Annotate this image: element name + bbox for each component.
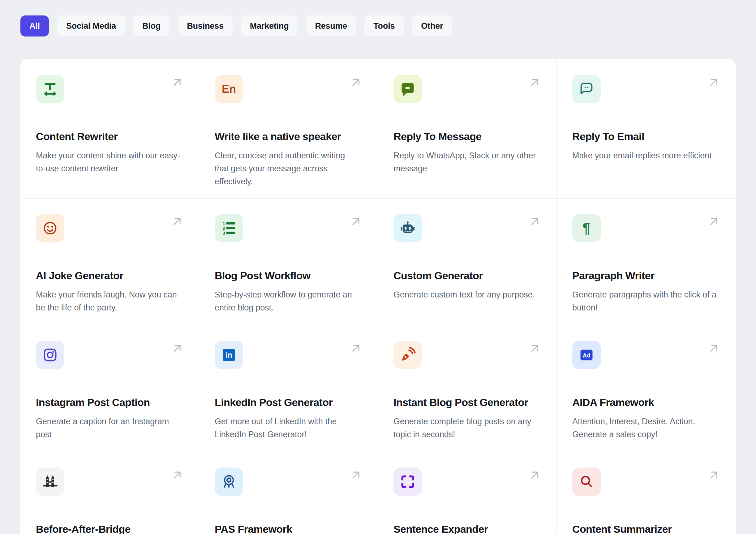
open-arrow-icon[interactable]: [171, 215, 184, 228]
card-description: Reply to WhatsApp, Slack or any other me…: [393, 149, 539, 175]
open-arrow-icon[interactable]: [707, 215, 721, 228]
open-arrow-icon[interactable]: [707, 75, 721, 89]
tab-social-media[interactable]: Social Media: [57, 15, 125, 37]
tab-other[interactable]: Other: [412, 15, 452, 37]
numbered-list-icon: 1 2 3: [215, 214, 243, 242]
tool-card-reply-to-email[interactable]: Reply To Email Make your email replies m…: [557, 59, 736, 199]
tab-blog[interactable]: Blog: [133, 15, 170, 37]
bridge-icon: [36, 467, 64, 496]
card-title: AI Joke Generator: [36, 269, 183, 282]
open-arrow-icon[interactable]: [528, 75, 542, 89]
tab-business[interactable]: Business: [178, 15, 232, 37]
tab-resume[interactable]: Resume: [306, 15, 356, 37]
tool-card-sentence-expander[interactable]: Sentence Expander: [378, 452, 557, 534]
tool-card-instant-blog-post-generator[interactable]: Instant Blog Post Generator Generate com…: [378, 325, 557, 452]
card-title: Paragraph Writer: [572, 269, 720, 282]
open-arrow-icon[interactable]: [707, 341, 721, 355]
card-title: PAS Framework: [215, 522, 362, 534]
card-description: Generate paragraphs with the click of a …: [572, 288, 718, 314]
open-arrow-icon[interactable]: [528, 468, 542, 482]
card-title: Content Summarizer: [572, 522, 720, 534]
linkedin-icon: in: [215, 341, 243, 369]
tool-card-paragraph-writer[interactable]: ¶ Paragraph Writer Generate paragraphs w…: [557, 199, 736, 325]
tool-card-reply-to-message[interactable]: Reply To Message Reply to WhatsApp, Slac…: [378, 59, 557, 199]
open-arrow-icon[interactable]: [349, 215, 363, 228]
open-arrow-icon[interactable]: [349, 75, 363, 89]
smiley-icon: [36, 214, 64, 242]
magnifier-icon: [572, 467, 601, 496]
card-title: Blog Post Workflow: [215, 269, 362, 282]
tool-card-content-rewriter[interactable]: Content Rewriter Make your content shine…: [20, 59, 199, 199]
card-title: Content Rewriter: [36, 130, 183, 143]
en-language-icon: En: [215, 75, 243, 103]
expand-icon: [393, 467, 422, 496]
target-icon: [215, 467, 243, 496]
card-description: Clear, concise and authentic writing tha…: [215, 149, 360, 188]
open-arrow-icon[interactable]: [528, 215, 542, 228]
card-title: Sentence Expander: [393, 522, 541, 534]
tool-card-aida-framework[interactable]: Ad AIDA Framework Attention, Interest, D…: [557, 325, 736, 452]
card-description: Attention, Interest, Desire, Action. Gen…: [572, 415, 718, 441]
svg-text:3: 3: [222, 230, 225, 236]
tool-card-instagram-post-caption[interactable]: Instagram Post Caption Generate a captio…: [20, 325, 199, 452]
tool-card-pas-framework[interactable]: PAS Framework: [199, 452, 378, 534]
card-title: Before-After-Bridge: [36, 522, 183, 534]
card-description: Make your content shine with our easy-to…: [36, 149, 181, 175]
card-description: Generate custom text for any purpose.: [393, 288, 539, 301]
category-filter-bar: All Social Media Blog Business Marketing…: [20, 15, 736, 37]
card-title: LinkedIn Post Generator: [215, 396, 362, 409]
card-title: AIDA Framework: [572, 396, 720, 409]
card-description: Step-by-step workflow to generate an ent…: [215, 288, 360, 314]
tools-grid: Content Rewriter Make your content shine…: [20, 59, 736, 534]
tab-marketing[interactable]: Marketing: [241, 15, 298, 37]
open-arrow-icon[interactable]: [349, 468, 363, 482]
card-description: Make your email replies more efficient: [572, 149, 718, 162]
tool-card-content-summarizer[interactable]: Content Summarizer: [557, 452, 736, 534]
open-arrow-icon[interactable]: [171, 341, 184, 355]
tab-all[interactable]: All: [20, 15, 49, 37]
instagram-icon: [36, 341, 64, 369]
tool-card-before-after-bridge[interactable]: Before-After-Bridge: [20, 452, 199, 534]
card-description: Make your friends laugh. Now you can be …: [36, 288, 181, 314]
en-glyph: En: [222, 84, 236, 94]
tool-card-native-speaker[interactable]: En Write like a native speaker Clear, co…: [199, 59, 378, 199]
ad-icon: Ad: [572, 341, 601, 369]
card-title: Write like a native speaker: [215, 130, 362, 143]
card-title: Reply To Email: [572, 130, 720, 143]
card-title: Instagram Post Caption: [36, 396, 183, 409]
svg-text:in: in: [226, 351, 232, 359]
chat-bubble-icon: [393, 75, 422, 103]
open-arrow-icon[interactable]: [707, 468, 721, 482]
card-title: Custom Generator: [393, 269, 541, 282]
pilcrow-icon: ¶: [572, 214, 601, 242]
message-dots-icon: [572, 75, 601, 103]
tool-card-ai-joke-generator[interactable]: AI Joke Generator Make your friends laug…: [20, 199, 199, 325]
tool-card-blog-post-workflow[interactable]: 1 2 3 Blog Post Workflow Step-by-step wo…: [199, 199, 378, 325]
open-arrow-icon[interactable]: [171, 75, 184, 89]
open-arrow-icon[interactable]: [171, 468, 184, 482]
pen-nib-signal-icon: [393, 341, 422, 369]
card-title: Reply To Message: [393, 130, 541, 143]
card-description: Generate complete blog posts on any topi…: [393, 415, 539, 441]
text-width-icon: [36, 75, 64, 103]
tool-card-linkedin-post-generator[interactable]: in LinkedIn Post Generator Get more out …: [199, 325, 378, 452]
card-description: Get more out of LinkedIn with the Linked…: [215, 415, 360, 441]
open-arrow-icon[interactable]: [528, 341, 542, 355]
robot-icon: [393, 214, 422, 242]
tool-card-custom-generator[interactable]: Custom Generator Generate custom text fo…: [378, 199, 557, 325]
open-arrow-icon[interactable]: [349, 341, 363, 355]
pilcrow-glyph: ¶: [582, 221, 590, 235]
card-title: Instant Blog Post Generator: [393, 396, 541, 409]
svg-text:Ad: Ad: [583, 352, 590, 359]
card-description: Generate a caption for an Instagram post: [36, 415, 181, 441]
tab-tools[interactable]: Tools: [364, 15, 404, 37]
